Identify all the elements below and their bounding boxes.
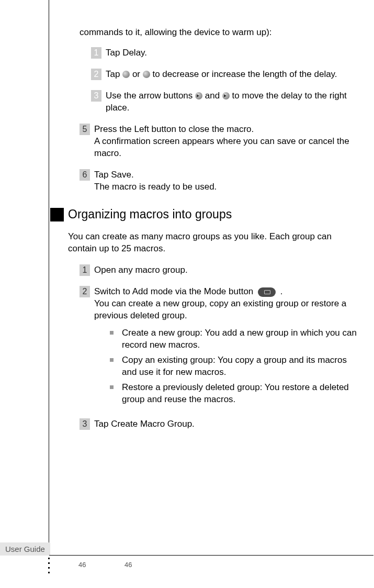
step-number: 3 <box>80 418 90 430</box>
section-marker-icon <box>50 208 64 221</box>
org-step-1: 1 Open any macro group. <box>80 264 362 276</box>
step-text: Switch to Add mode via the Mode button .… <box>94 286 362 408</box>
footer-rule <box>49 555 373 556</box>
text-part: and <box>205 91 222 101</box>
page-numbers: 46 46 <box>78 561 132 569</box>
bullet-icon <box>110 358 114 362</box>
step-text: Tap Create Macro Group. <box>94 418 362 430</box>
dot-icon <box>48 558 50 559</box>
step-number: 5 <box>80 124 90 135</box>
substep-2: 2 Tap or to decrease or increase the len… <box>91 69 362 81</box>
step-text: Use the arrow buttons and to move the de… <box>106 90 362 114</box>
page-number: 46 <box>78 561 86 569</box>
page-number: 46 <box>124 561 132 569</box>
text-part: Tap <box>106 69 122 79</box>
bullet-icon <box>110 331 114 335</box>
section-intro: You can create as many macro groups as y… <box>68 231 362 255</box>
step-number: 2 <box>91 69 101 80</box>
footer: User Guide 46 46 <box>0 542 374 557</box>
section-header: Organizing macros into groups <box>68 207 232 221</box>
bullet-text: Create a new group: You add a new group … <box>122 327 362 351</box>
bullet-icon <box>110 385 114 389</box>
step-number: 6 <box>80 169 90 181</box>
dot-icon <box>48 567 50 569</box>
step-number: 2 <box>80 286 90 297</box>
step-text: Open any macro group. <box>94 264 362 276</box>
bullet-item: Copy an existing group: You copy a group… <box>110 354 362 379</box>
mode-button-icon <box>258 287 276 297</box>
step-6: 6 Tap Save. The macro is ready to be use… <box>80 169 362 193</box>
step-text: Tap Save. The macro is ready to be used. <box>94 169 362 193</box>
step-number: 1 <box>91 47 101 59</box>
arrow-down-icon <box>222 92 230 99</box>
step-text: Press the Left button to close the macro… <box>94 124 362 160</box>
dot-icon <box>48 572 50 573</box>
text-part: Switch to Add mode via the Mode button <box>94 286 256 296</box>
dot-icon <box>48 562 50 564</box>
bullet-item: Create a new group: You add a new group … <box>110 327 362 351</box>
step-text: Tap Delay. <box>106 47 362 59</box>
substep-3: 3 Use the arrow buttons and to move the … <box>91 90 362 114</box>
step-5: 5 Press the Left button to close the mac… <box>80 124 362 160</box>
text-part: Use the arrow buttons <box>106 91 195 101</box>
section-header-wrap: Organizing macros into groups <box>50 207 362 221</box>
step-number: 1 <box>80 264 90 276</box>
bullet-text: Restore a previously deleted group: You … <box>122 382 362 406</box>
org-step-3: 3 Tap Create Macro Group. <box>80 418 362 430</box>
text-part: or <box>132 69 143 79</box>
step-number: 3 <box>91 90 101 102</box>
intro-text: commands to it, allowing the device to w… <box>80 27 362 38</box>
vertical-rule <box>49 0 49 555</box>
plus-icon <box>143 71 150 78</box>
bullet-item: Restore a previously deleted group: You … <box>110 382 362 406</box>
text-part: to decrease or increase the length of th… <box>152 69 337 79</box>
bullet-list: Create a new group: You add a new group … <box>110 327 362 406</box>
step-text: Tap or to decrease or increase the lengt… <box>106 69 362 81</box>
content-area: commands to it, allowing the device to w… <box>80 27 362 440</box>
footer-dots <box>48 558 50 576</box>
substep-1: 1 Tap Delay. <box>91 47 362 59</box>
org-step-2: 2 Switch to Add mode via the Mode button… <box>80 286 362 408</box>
arrow-up-icon <box>195 92 202 99</box>
footer-tab: User Guide <box>0 542 50 556</box>
minus-icon <box>122 71 130 78</box>
bullet-text: Copy an existing group: You copy a group… <box>122 354 362 379</box>
